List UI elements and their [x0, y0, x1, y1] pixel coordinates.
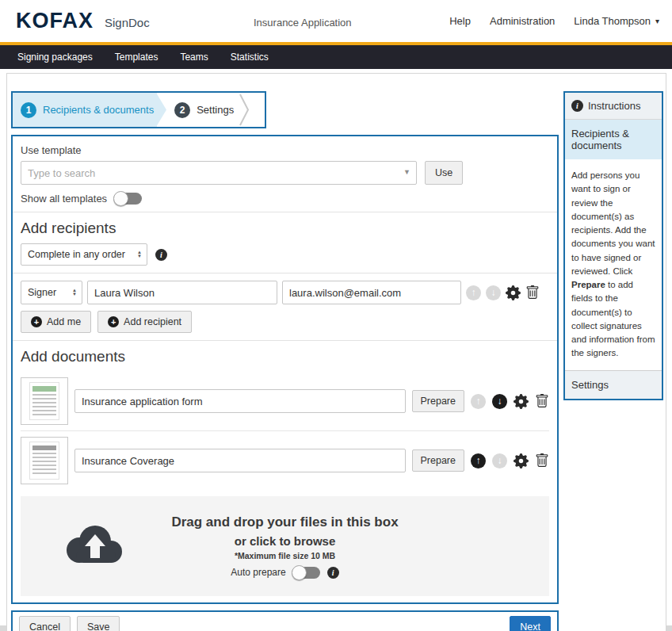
info-icon[interactable]: i: [155, 249, 167, 261]
wizard-step-settings[interactable]: 2 Settings: [166, 93, 237, 127]
recipient-role-select[interactable]: Signer ▲▼: [21, 281, 82, 304]
step-arrow-shape: [156, 93, 166, 127]
template-search-row: ▼ Use: [21, 161, 549, 185]
user-menu[interactable]: Linda Thompson ▾: [574, 15, 659, 27]
main-nav: Signing packages Templates Teams Statist…: [0, 45, 672, 69]
add-recipient-buttons: + Add me + Add recipient: [21, 311, 549, 333]
instructions-title: Instructions: [588, 100, 640, 112]
add-recipients-heading: Add recipients: [21, 220, 549, 237]
cancel-button[interactable]: Cancel: [19, 616, 71, 631]
kofax-logo: KOFAX: [16, 9, 94, 33]
dropzone-subtitle: or click to browse: [235, 534, 336, 548]
use-template-button[interactable]: Use: [425, 161, 463, 185]
signing-order-select[interactable]: Complete in any order ▲▼: [21, 243, 147, 266]
recipient-delete-trash-icon[interactable]: [525, 285, 540, 300]
move-down-button: ↓: [486, 285, 501, 300]
signing-order-row: Complete in any order ▲▼ i: [21, 243, 549, 266]
nav-item-statistics[interactable]: Statistics: [220, 45, 280, 69]
page: KOFAX SignDoc Insurance Application Help…: [0, 0, 672, 625]
divider: [13, 340, 557, 341]
document-settings-gear-icon[interactable]: [514, 394, 529, 409]
recipient-settings-gear-icon[interactable]: [506, 285, 521, 300]
document-settings-gear-icon[interactable]: [514, 453, 529, 468]
help-link[interactable]: Help: [449, 15, 471, 27]
step-number-badge: 1: [21, 102, 36, 118]
toggle-knob: [292, 565, 307, 580]
instructions-body: Add persons you want to sign or review t…: [565, 159, 662, 370]
cloud-upload-icon: [55, 522, 128, 568]
nav-item-teams[interactable]: Teams: [169, 45, 219, 69]
document-name-input[interactable]: [74, 389, 406, 413]
add-documents-heading: Add documents: [21, 348, 549, 365]
auto-prepare-label: Auto prepare: [231, 567, 285, 578]
save-button[interactable]: Save: [77, 616, 120, 631]
signing-order-value: Complete in any order: [28, 249, 125, 260]
app-name: SignDoc: [105, 13, 150, 29]
move-up-button[interactable]: ↑: [471, 453, 486, 468]
show-all-templates-row: Show all templates: [21, 193, 549, 205]
wizard-steps: 1 Recipients & documents 2 Settings: [11, 91, 266, 128]
auto-prepare-toggle[interactable]: [293, 567, 320, 579]
dropzone-title: Drag and drop your files in this box: [171, 514, 398, 530]
instructions-header: i Instructions: [565, 93, 662, 120]
package-form: Use template ▼ Use Show all templates: [11, 135, 559, 604]
toggle-knob: [113, 191, 128, 206]
info-icon[interactable]: i: [327, 567, 339, 579]
document-thumbnail: [21, 377, 68, 425]
header-right: Help Administration Linda Thompson ▾: [449, 15, 659, 27]
document-title: Insurance Application: [254, 17, 352, 29]
document-name-input[interactable]: [74, 449, 406, 472]
move-up-button: ↑: [466, 285, 481, 300]
step-label: Recipients & documents: [43, 104, 154, 116]
move-down-button: ↓: [492, 453, 507, 468]
prepare-button[interactable]: Prepare: [412, 449, 464, 472]
main-panel: 1 Recipients & documents 2 Settings Use …: [6, 73, 666, 631]
document-delete-trash-icon[interactable]: [535, 453, 549, 468]
recipient-row: Signer ▲▼ ↑ ↓: [21, 281, 549, 304]
file-dropzone[interactable]: Drag and drop your files in this box or …: [21, 496, 549, 596]
content-column: 1 Recipients & documents 2 Settings Use …: [11, 74, 559, 631]
show-all-templates-label: Show all templates: [21, 193, 107, 205]
user-name: Linda Thompson: [574, 15, 651, 27]
divider: [13, 212, 557, 212]
sidebar-item-recipients-documents[interactable]: Recipients & documents: [565, 120, 662, 159]
prepare-button[interactable]: Prepare: [412, 390, 464, 412]
plus-circle-icon: +: [31, 316, 42, 327]
document-row: Prepare ↑ ↓: [21, 430, 549, 490]
sidebar-item-settings[interactable]: Settings: [565, 370, 662, 399]
dropzone-max-size-note: *Maximum file size 10 MB: [235, 551, 335, 560]
next-button[interactable]: Next: [510, 616, 551, 631]
recipient-name-input[interactable]: [87, 281, 277, 304]
show-all-templates-toggle[interactable]: [115, 193, 142, 205]
chevron-down-icon: ▾: [655, 17, 659, 25]
select-spinner-icon: ▲▼: [137, 250, 142, 258]
document-thumbnail: [21, 437, 68, 484]
app-header: KOFAX SignDoc Insurance Application Help…: [0, 0, 672, 45]
select-spinner-icon: ▲▼: [72, 289, 77, 296]
plus-circle-icon: +: [108, 316, 119, 327]
move-up-button: ↑: [471, 394, 486, 409]
step-number-badge: 2: [174, 102, 190, 118]
instructions-sidebar: i Instructions Recipients & documents Ad…: [563, 91, 663, 400]
nav-item-signing-packages[interactable]: Signing packages: [6, 45, 104, 69]
document-delete-trash-icon[interactable]: [535, 394, 549, 408]
step-chevron-icon: [239, 93, 250, 127]
administration-link[interactable]: Administration: [490, 15, 555, 27]
add-recipient-button[interactable]: + Add recipient: [97, 311, 192, 333]
wizard-step-recipients[interactable]: 1 Recipients & documents: [13, 93, 157, 127]
template-search-combobox: ▼: [21, 161, 417, 185]
move-down-button[interactable]: ↓: [492, 394, 507, 409]
divider: [13, 273, 557, 273]
info-icon: i: [571, 100, 583, 112]
use-template-label: Use template: [21, 144, 549, 156]
document-row: Prepare ↑ ↓: [21, 372, 549, 430]
add-me-button[interactable]: + Add me: [21, 311, 91, 333]
recipient-role-value: Signer: [28, 287, 56, 298]
recipient-email-input[interactable]: [282, 281, 461, 304]
template-search-input[interactable]: [21, 161, 417, 185]
nav-item-templates[interactable]: Templates: [104, 45, 170, 69]
dropdown-caret-icon[interactable]: ▼: [403, 168, 410, 176]
step-label: Settings: [197, 104, 234, 116]
form-footer: Cancel Save Next: [11, 610, 559, 631]
auto-prepare-row: Auto prepare i: [231, 567, 338, 579]
